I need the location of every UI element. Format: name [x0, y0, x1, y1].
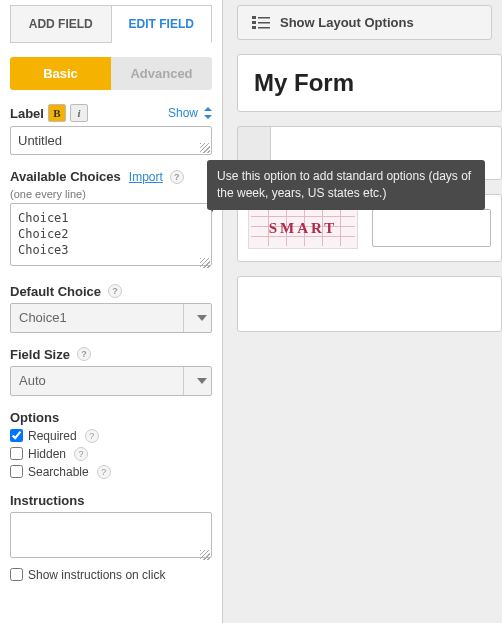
- help-icon[interactable]: ?: [170, 170, 184, 184]
- searchable-checkbox[interactable]: [10, 465, 23, 478]
- captcha-card: SMART: [237, 194, 502, 262]
- field-size-title: Field Size: [10, 347, 70, 362]
- help-icon[interactable]: ?: [85, 429, 99, 443]
- form-title-card[interactable]: My Form: [237, 54, 502, 112]
- subtab-basic[interactable]: Basic: [10, 57, 111, 90]
- italic-icon[interactable]: i: [70, 104, 88, 122]
- captcha-text: SMART: [269, 220, 338, 237]
- show-layout-options-button[interactable]: Show Layout Options: [237, 5, 492, 40]
- searchable-label: Searchable: [28, 465, 89, 479]
- svg-marker-3: [197, 378, 207, 384]
- help-icon[interactable]: ?: [77, 347, 91, 361]
- tab-add-field[interactable]: ADD FIELD: [10, 5, 111, 43]
- instructions-textarea[interactable]: [10, 512, 212, 558]
- instructions-title: Instructions: [10, 493, 84, 508]
- svg-marker-0: [204, 107, 212, 111]
- svg-rect-9: [258, 27, 270, 29]
- field-size-value: Auto: [11, 373, 46, 388]
- svg-rect-8: [252, 26, 256, 29]
- form-title: My Form: [254, 69, 485, 97]
- layout-button-label: Show Layout Options: [280, 15, 414, 30]
- default-choice-title: Default Choice: [10, 284, 101, 299]
- svg-rect-5: [258, 17, 270, 19]
- form-field-placeholder[interactable]: [237, 126, 502, 180]
- help-icon[interactable]: ?: [74, 447, 88, 461]
- show-label-link[interactable]: Show: [168, 106, 212, 120]
- field-size-select[interactable]: Auto: [10, 366, 212, 396]
- options-title: Options: [10, 410, 59, 425]
- svg-rect-4: [252, 16, 256, 19]
- chevron-down-icon: [183, 304, 211, 332]
- form-bottom-card[interactable]: [237, 276, 502, 332]
- default-choice-value: Choice1: [11, 310, 67, 325]
- bold-icon[interactable]: B: [48, 104, 66, 122]
- import-link[interactable]: Import: [129, 170, 163, 184]
- layout-icon: [252, 16, 270, 30]
- show-link-text: Show: [168, 106, 198, 120]
- show-instructions-checkbox[interactable]: [10, 568, 23, 581]
- choices-title: Available Choices: [10, 169, 121, 184]
- show-instructions-label: Show instructions on click: [28, 568, 165, 582]
- choices-textarea[interactable]: [10, 203, 212, 266]
- svg-marker-2: [197, 315, 207, 321]
- label-input[interactable]: [10, 126, 212, 155]
- sort-icon: [204, 107, 212, 119]
- default-choice-select[interactable]: Choice1: [10, 303, 212, 333]
- chevron-down-icon: [183, 367, 211, 395]
- captcha-input[interactable]: [372, 209, 491, 247]
- field-handle[interactable]: [237, 126, 271, 180]
- captcha-image: SMART: [248, 207, 358, 249]
- svg-rect-7: [258, 22, 270, 24]
- required-label: Required: [28, 429, 77, 443]
- hidden-checkbox[interactable]: [10, 447, 23, 460]
- svg-rect-6: [252, 21, 256, 24]
- required-checkbox[interactable]: [10, 429, 23, 442]
- hidden-label: Hidden: [28, 447, 66, 461]
- help-icon[interactable]: ?: [108, 284, 122, 298]
- svg-marker-1: [204, 115, 212, 119]
- tab-edit-field[interactable]: EDIT FIELD: [111, 5, 213, 43]
- help-icon[interactable]: ?: [97, 465, 111, 479]
- label-title: Label: [10, 106, 44, 121]
- choices-hint: (one every line): [10, 188, 212, 200]
- subtab-advanced[interactable]: Advanced: [111, 57, 212, 90]
